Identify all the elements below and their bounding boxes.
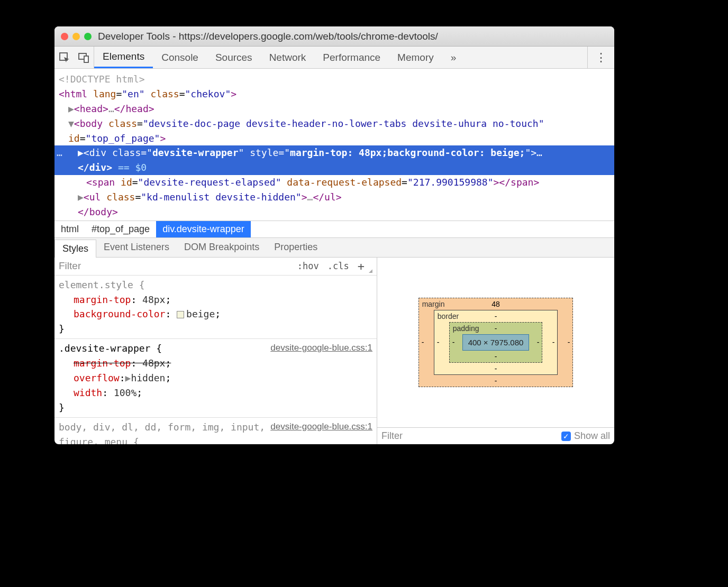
tab-memory[interactable]: Memory [389,47,442,68]
computed-pane: margin 48 - - - border - - - - padding [377,258,614,444]
tab-more[interactable]: » [442,47,465,68]
tab-elements[interactable]: Elements [94,47,153,68]
minimize-button[interactable] [72,33,80,40]
tab-network[interactable]: Network [261,47,315,68]
new-style-rule-button[interactable]: + [353,260,369,273]
content-dimensions: 400 × 7975.080 [462,334,530,351]
showall-label: Show all [574,430,610,442]
device-toolbar-icon[interactable] [78,52,89,63]
tab-console[interactable]: Console [153,47,207,68]
cls-button[interactable]: .cls [323,261,353,271]
border-right-value: - [552,338,555,346]
showall-checkbox[interactable]: ✓ [561,432,571,441]
main-toolbar: Elements Console Sources Network Perform… [54,47,614,69]
margin-left-value: - [422,338,424,346]
tab-performance[interactable]: Performance [314,47,389,68]
margin-top-value: 48 [492,300,500,308]
window-title: Developer Tools - https://developers.goo… [98,31,438,42]
filter-triangle-icon: ◢ [369,268,372,273]
padding-left-value: - [452,338,455,346]
source-link[interactable]: devsite-google-blue.css:1 [270,341,372,355]
border-left-value: - [437,338,440,346]
zoom-button[interactable] [84,33,92,40]
breadcrumb: html #top_of_page div.devsite-wrapper [54,221,614,237]
styles-filter-bar: Filter :hov .cls + ◢ [54,258,377,276]
padding-label: padding [453,324,479,333]
source-link-2[interactable]: devsite-google-blue.css:1 [270,420,372,434]
rule-element-style[interactable]: element.style { margin-top: 48px; backgr… [54,276,377,340]
svg-rect-2 [84,56,88,62]
border-label: border [438,312,459,320]
computed-filter-bar: Filter ✓ Show all [377,427,614,444]
dom-span[interactable]: <span id="devsite-request-elapsed" data-… [59,175,610,190]
border-top-value: - [495,312,497,320]
devtools-window: Developer Tools - https://developers.goo… [54,26,614,444]
style-rules: element.style { margin-top: 48px; backgr… [54,276,377,444]
inspect-element-icon[interactable] [59,52,70,63]
dom-doctype[interactable]: <!DOCTYPE html> [59,72,610,87]
hov-button[interactable]: :hov [293,261,323,271]
dom-body-open[interactable]: ▼<body class="devsite-doc-page devsite-h… [59,116,610,131]
dom-html[interactable]: <html lang="en" class="chekov"> [59,87,610,102]
rule-devsite-wrapper[interactable]: devsite-google-blue.css:1 .devsite-wrapp… [54,339,377,417]
rule-reset[interactable]: devsite-google-blue.css:1 body, div, dl,… [54,418,377,444]
padding-right-value: - [537,338,540,346]
selector-element-style: element.style { [59,278,372,292]
close-button[interactable] [61,33,68,40]
traffic-lights [61,33,92,40]
dom-tree[interactable]: <!DOCTYPE html> <html lang="en" class="c… [54,69,614,221]
subtab-dom-breakpoints[interactable]: DOM Breakpoints [177,238,267,257]
subpanel-tabs: Styles Event Listeners DOM Breakpoints P… [54,237,614,258]
margin-bottom-value: - [495,377,497,385]
margin-right-value: - [568,338,570,346]
kebab-menu-icon[interactable]: ⋮ [595,51,607,65]
dom-selected-node[interactable]: … ▶<div class="devsite-wrapper" style="m… [54,145,614,175]
margin-label: margin [422,300,445,308]
subtab-properties[interactable]: Properties [267,238,325,257]
computed-filter-input[interactable]: Filter [381,430,403,442]
crumb-selected[interactable]: div.devsite-wrapper [156,221,251,237]
subtab-styles[interactable]: Styles [54,240,96,258]
border-bottom-value: - [495,364,497,373]
dom-ul[interactable]: ▶<ul class="kd-menulist devsite-hidden">… [59,190,610,205]
styles-pane: Filter :hov .cls + ◢ element.style { mar… [54,258,377,444]
dom-head[interactable]: ▶<head>…</head> [59,102,610,116]
padding-bottom-value: - [495,352,497,361]
crumb-body[interactable]: #top_of_page [85,221,156,237]
dom-body-close[interactable]: </body> [59,205,610,219]
color-swatch[interactable] [177,311,184,318]
subtab-event-listeners[interactable]: Event Listeners [96,238,177,257]
dom-body-id[interactable]: id="top_of_page"> [59,131,610,146]
filter-input[interactable]: Filter [59,260,81,272]
lower-split: Filter :hov .cls + ◢ element.style { mar… [54,258,614,444]
padding-top-value: - [495,324,497,333]
panel-tabs: Elements Console Sources Network Perform… [94,47,587,68]
tab-sources[interactable]: Sources [207,47,261,68]
crumb-html[interactable]: html [54,221,85,237]
titlebar: Developer Tools - https://developers.goo… [54,26,614,47]
box-model[interactable]: margin 48 - - - border - - - - padding [377,258,614,427]
